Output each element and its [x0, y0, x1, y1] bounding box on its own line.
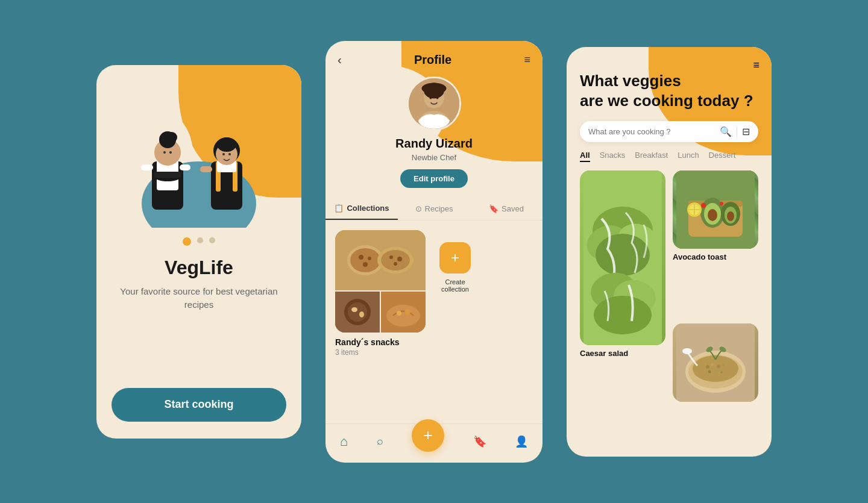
tab-saved-label: Saved: [502, 204, 524, 213]
category-lunch[interactable]: Lunch: [678, 151, 699, 162]
caesar-salad-label: Caesar salad: [580, 349, 665, 358]
tab-collections-label: Collections: [347, 204, 389, 213]
search-nav-icon[interactable]: ⌕: [377, 435, 383, 448]
svg-point-72: [594, 296, 652, 334]
svg-point-43: [348, 302, 367, 322]
profile-nav-icon[interactable]: 👤: [515, 435, 528, 448]
svg-point-69: [596, 234, 650, 276]
user-role: Newbie Chef: [412, 153, 456, 162]
profile-tabs: 📋 Collections ⊙ Recipes 🔖 Saved: [326, 198, 542, 220]
svg-point-32: [350, 248, 380, 272]
svg-point-58: [727, 211, 734, 221]
svg-point-47: [386, 305, 420, 326]
food-image-top: [335, 230, 426, 290]
svg-rect-3: [141, 164, 153, 170]
recipes-icon: ⊙: [415, 204, 422, 213]
svg-point-29: [436, 96, 439, 99]
tab-saved[interactable]: 🔖 Saved: [470, 198, 542, 220]
svg-point-77: [706, 365, 709, 369]
card-recipe-search: ≡ What veggies are we cooking today ? 🔍 …: [567, 47, 772, 457]
svg-point-40: [394, 262, 397, 266]
avocado-toast-label: Avocado toast: [673, 252, 758, 261]
recipe-grain[interactable]: [673, 323, 758, 457]
category-all[interactable]: All: [580, 151, 590, 162]
svg-point-78: [711, 363, 714, 366]
tab-collections[interactable]: 📋 Collections: [326, 198, 398, 220]
filter-icon[interactable]: ⊟: [742, 126, 750, 137]
svg-point-9: [169, 151, 172, 154]
back-button[interactable]: ‹: [338, 53, 342, 67]
avocado-toast-image: [673, 170, 758, 249]
start-cooking-button[interactable]: Start cooking: [112, 388, 286, 422]
categories: All Snacks Breakfast Lunch Dessert: [567, 142, 772, 170]
svg-point-44: [351, 307, 357, 312]
saved-icon: 🔖: [489, 204, 498, 213]
food-image-right: [381, 292, 426, 333]
edit-profile-button[interactable]: Edit profile: [400, 169, 468, 188]
avatar: [407, 77, 461, 131]
tab-recipes-label: Recipes: [425, 204, 453, 213]
svg-point-39: [397, 257, 402, 261]
add-nav-button[interactable]: +: [412, 419, 444, 452]
bookmark-nav-icon[interactable]: 🔖: [473, 435, 486, 448]
collection-grid: [335, 230, 426, 333]
svg-point-82: [714, 369, 717, 372]
collection-info: Randy´s snacks 3 items: [335, 337, 426, 357]
search-input[interactable]: [588, 127, 715, 136]
svg-point-7: [166, 132, 177, 143]
card-profile: ‹ Profile ≡ Randy Uizard Newbie Chef: [326, 41, 542, 463]
collection-count: 3 items: [335, 348, 426, 357]
svg-point-37: [381, 250, 410, 270]
dot-1: [183, 237, 191, 246]
collections-content: Randy´s snacks 3 items + Create collecti…: [326, 220, 542, 423]
recipe-search-header: What veggies are we cooking today ?: [567, 47, 772, 122]
menu-icon[interactable]: ≡: [524, 54, 530, 66]
profile-header: ‹ Profile ≡: [326, 41, 542, 67]
collection-item[interactable]: Randy´s snacks 3 items: [335, 230, 426, 414]
search-divider: [737, 127, 737, 137]
svg-point-21: [228, 153, 231, 155]
grain-bowl-image: [673, 323, 758, 402]
svg-point-81: [708, 370, 711, 373]
recipe-caesar[interactable]: Caesar salad: [580, 170, 665, 456]
category-breakfast[interactable]: Breakfast: [635, 151, 668, 162]
svg-point-35: [363, 262, 368, 267]
category-snacks[interactable]: Snacks: [600, 151, 626, 162]
svg-rect-4: [180, 164, 190, 170]
svg-point-20: [222, 153, 225, 155]
svg-point-45: [359, 311, 364, 317]
recipe-heading: What veggies are we cooking today ?: [580, 71, 758, 112]
svg-point-34: [368, 257, 371, 260]
svg-point-19: [217, 137, 236, 152]
pagination-dots: [183, 237, 215, 246]
dot-2: [197, 237, 203, 243]
collection-name: Randy´s snacks: [335, 337, 426, 347]
recipe-grid: Avocado toast: [567, 170, 772, 456]
search-icon[interactable]: 🔍: [720, 126, 732, 137]
collections-icon: 📋: [334, 204, 344, 213]
svg-point-48: [397, 311, 401, 316]
svg-point-55: [708, 209, 717, 221]
bottom-nav: ⌂ ⌕ + 🔖 👤: [326, 423, 542, 463]
svg-rect-11: [154, 172, 181, 178]
svg-point-83: [720, 371, 723, 373]
svg-point-27: [421, 83, 446, 94]
food-image-left: [335, 292, 380, 333]
svg-point-63: [701, 203, 706, 208]
svg-rect-22: [200, 166, 212, 172]
category-dessert[interactable]: Dessert: [709, 151, 736, 162]
tab-recipes[interactable]: ⊙ Recipes: [398, 198, 470, 220]
svg-point-28: [430, 96, 432, 99]
avatar-image: [409, 78, 459, 129]
home-nav-icon[interactable]: ⌂: [340, 434, 348, 449]
create-collection-icon[interactable]: +: [439, 242, 471, 273]
caesar-salad-image: [580, 170, 665, 345]
create-collection-button[interactable]: + Create collection: [434, 242, 476, 293]
dot-3: [209, 237, 215, 243]
card-veglife: VegLife Your favorite source for best ve…: [96, 65, 301, 439]
recipe-avocado[interactable]: Avocado toast: [673, 170, 758, 316]
app-title: VegLife: [165, 257, 233, 279]
svg-point-64: [720, 202, 723, 205]
svg-point-80: [722, 364, 725, 366]
app-tagline: Your favorite source for best vegetarian…: [96, 285, 301, 312]
